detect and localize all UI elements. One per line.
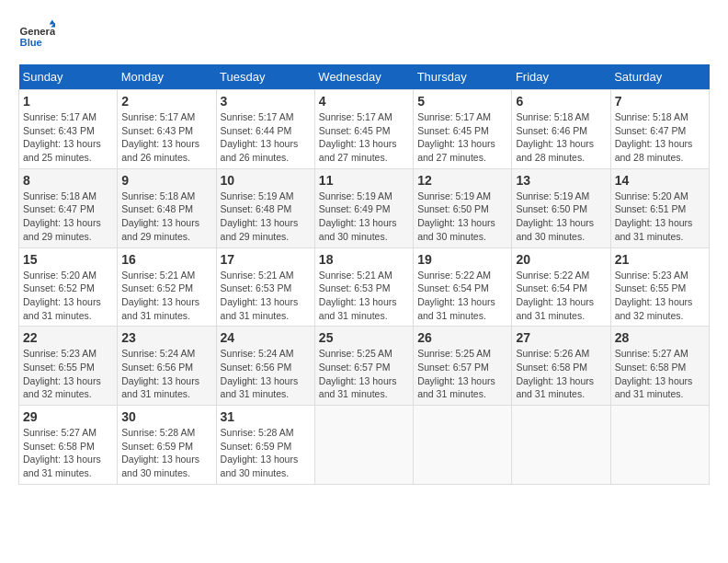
day-number: 11: [319, 173, 409, 188]
day-number: 22: [23, 330, 113, 345]
day-info: Sunrise: 5:22 AM Sunset: 6:54 PM Dayligh…: [516, 269, 606, 323]
day-cell-15: 15Sunrise: 5:20 AM Sunset: 6:52 PM Dayli…: [19, 247, 118, 327]
day-number: 15: [23, 252, 113, 267]
day-cell-5: 5Sunrise: 5:17 AM Sunset: 6:45 PM Daylig…: [414, 90, 512, 169]
empty-cell: [314, 406, 413, 485]
day-info: Sunrise: 5:19 AM Sunset: 6:49 PM Dayligh…: [319, 190, 409, 244]
day-info: Sunrise: 5:19 AM Sunset: 6:50 PM Dayligh…: [516, 190, 606, 244]
header-saturday: Saturday: [610, 64, 709, 90]
day-number: 24: [221, 330, 311, 345]
day-number: 3: [221, 94, 311, 109]
week-row-2: 8Sunrise: 5:18 AM Sunset: 6:47 PM Daylig…: [19, 168, 710, 247]
day-info: Sunrise: 5:27 AM Sunset: 6:58 PM Dayligh…: [615, 347, 705, 401]
day-cell-11: 11Sunrise: 5:19 AM Sunset: 6:49 PM Dayli…: [314, 168, 413, 247]
day-info: Sunrise: 5:24 AM Sunset: 6:56 PM Dayligh…: [221, 347, 311, 401]
day-info: Sunrise: 5:17 AM Sunset: 6:45 PM Dayligh…: [417, 110, 507, 165]
day-cell-16: 16Sunrise: 5:21 AM Sunset: 6:52 PM Dayli…: [118, 247, 216, 327]
logo: General Blue: [18, 18, 55, 55]
day-number: 4: [319, 94, 409, 109]
day-number: 23: [121, 330, 211, 345]
day-number: 18: [319, 252, 409, 267]
week-row-4: 22Sunrise: 5:23 AM Sunset: 6:55 PM Dayli…: [19, 327, 710, 406]
empty-cell: [414, 406, 512, 485]
day-cell-4: 4Sunrise: 5:17 AM Sunset: 6:45 PM Daylig…: [314, 90, 413, 169]
header-sunday: Sunday: [19, 64, 118, 90]
day-info: Sunrise: 5:26 AM Sunset: 6:58 PM Dayligh…: [516, 347, 606, 401]
day-info: Sunrise: 5:19 AM Sunset: 6:50 PM Dayligh…: [417, 190, 507, 244]
day-info: Sunrise: 5:27 AM Sunset: 6:58 PM Dayligh…: [23, 426, 113, 480]
week-row-3: 15Sunrise: 5:20 AM Sunset: 6:52 PM Dayli…: [19, 247, 710, 327]
day-cell-21: 21Sunrise: 5:23 AM Sunset: 6:55 PM Dayli…: [610, 247, 709, 327]
week-row-5: 29Sunrise: 5:27 AM Sunset: 6:58 PM Dayli…: [19, 406, 710, 485]
day-info: Sunrise: 5:18 AM Sunset: 6:46 PM Dayligh…: [516, 110, 606, 165]
day-number: 28: [615, 330, 705, 345]
day-info: Sunrise: 5:22 AM Sunset: 6:54 PM Dayligh…: [417, 269, 507, 323]
day-cell-28: 28Sunrise: 5:27 AM Sunset: 6:58 PM Dayli…: [610, 327, 709, 406]
header-tuesday: Tuesday: [216, 64, 314, 90]
header-monday: Monday: [118, 64, 216, 90]
day-cell-24: 24Sunrise: 5:24 AM Sunset: 6:56 PM Dayli…: [216, 327, 314, 406]
day-info: Sunrise: 5:17 AM Sunset: 6:44 PM Dayligh…: [221, 110, 311, 165]
day-info: Sunrise: 5:20 AM Sunset: 6:52 PM Dayligh…: [23, 269, 113, 323]
day-cell-19: 19Sunrise: 5:22 AM Sunset: 6:54 PM Dayli…: [414, 247, 512, 327]
day-cell-10: 10Sunrise: 5:19 AM Sunset: 6:48 PM Dayli…: [216, 168, 314, 247]
day-cell-8: 8Sunrise: 5:18 AM Sunset: 6:47 PM Daylig…: [19, 168, 118, 247]
header-thursday: Thursday: [414, 64, 512, 90]
day-number: 9: [121, 173, 211, 188]
day-number: 16: [121, 252, 211, 267]
day-number: 27: [516, 330, 606, 345]
day-number: 25: [319, 330, 409, 345]
day-info: Sunrise: 5:17 AM Sunset: 6:43 PM Dayligh…: [121, 110, 211, 165]
day-number: 17: [221, 252, 311, 267]
day-cell-14: 14Sunrise: 5:20 AM Sunset: 6:51 PM Dayli…: [610, 168, 709, 247]
day-info: Sunrise: 5:28 AM Sunset: 6:59 PM Dayligh…: [121, 426, 211, 480]
week-row-1: 1Sunrise: 5:17 AM Sunset: 6:43 PM Daylig…: [19, 90, 710, 169]
day-cell-29: 29Sunrise: 5:27 AM Sunset: 6:58 PM Dayli…: [19, 406, 118, 485]
empty-cell: [610, 406, 709, 485]
day-number: 20: [516, 252, 606, 267]
day-cell-6: 6Sunrise: 5:18 AM Sunset: 6:46 PM Daylig…: [512, 90, 610, 169]
header-wednesday: Wednesday: [314, 64, 413, 90]
day-number: 31: [221, 409, 311, 424]
svg-text:General: General: [20, 26, 55, 37]
day-cell-30: 30Sunrise: 5:28 AM Sunset: 6:59 PM Dayli…: [118, 406, 216, 485]
day-info: Sunrise: 5:21 AM Sunset: 6:52 PM Dayligh…: [121, 269, 211, 323]
day-number: 1: [23, 94, 113, 109]
day-info: Sunrise: 5:23 AM Sunset: 6:55 PM Dayligh…: [23, 347, 113, 401]
day-number: 2: [121, 94, 211, 109]
calendar-header-row: SundayMondayTuesdayWednesdayThursdayFrid…: [19, 64, 710, 90]
empty-cell: [512, 406, 610, 485]
day-cell-12: 12Sunrise: 5:19 AM Sunset: 6:50 PM Dayli…: [414, 168, 512, 247]
day-info: Sunrise: 5:18 AM Sunset: 6:47 PM Dayligh…: [615, 110, 705, 165]
day-number: 14: [615, 173, 705, 188]
calendar-table: SundayMondayTuesdayWednesdayThursdayFrid…: [18, 64, 710, 485]
day-info: Sunrise: 5:18 AM Sunset: 6:48 PM Dayligh…: [121, 190, 211, 244]
day-cell-1: 1Sunrise: 5:17 AM Sunset: 6:43 PM Daylig…: [19, 90, 118, 169]
day-number: 6: [516, 94, 606, 109]
day-number: 12: [417, 173, 507, 188]
day-cell-3: 3Sunrise: 5:17 AM Sunset: 6:44 PM Daylig…: [216, 90, 314, 169]
day-cell-2: 2Sunrise: 5:17 AM Sunset: 6:43 PM Daylig…: [118, 90, 216, 169]
day-cell-25: 25Sunrise: 5:25 AM Sunset: 6:57 PM Dayli…: [314, 327, 413, 406]
day-info: Sunrise: 5:21 AM Sunset: 6:53 PM Dayligh…: [319, 269, 409, 323]
day-number: 29: [23, 409, 113, 424]
day-info: Sunrise: 5:21 AM Sunset: 6:53 PM Dayligh…: [221, 269, 311, 323]
day-cell-18: 18Sunrise: 5:21 AM Sunset: 6:53 PM Dayli…: [314, 247, 413, 327]
day-number: 21: [615, 252, 705, 267]
day-cell-31: 31Sunrise: 5:28 AM Sunset: 6:59 PM Dayli…: [216, 406, 314, 485]
day-cell-23: 23Sunrise: 5:24 AM Sunset: 6:56 PM Dayli…: [118, 327, 216, 406]
svg-marker-2: [50, 20, 55, 25]
day-info: Sunrise: 5:23 AM Sunset: 6:55 PM Dayligh…: [615, 269, 705, 323]
logo-icon: General Blue: [18, 18, 55, 55]
day-cell-7: 7Sunrise: 5:18 AM Sunset: 6:47 PM Daylig…: [610, 90, 709, 169]
day-info: Sunrise: 5:25 AM Sunset: 6:57 PM Dayligh…: [417, 347, 507, 401]
day-number: 10: [221, 173, 311, 188]
day-cell-20: 20Sunrise: 5:22 AM Sunset: 6:54 PM Dayli…: [512, 247, 610, 327]
day-number: 5: [417, 94, 507, 109]
day-info: Sunrise: 5:25 AM Sunset: 6:57 PM Dayligh…: [319, 347, 409, 401]
day-number: 7: [615, 94, 705, 109]
day-info: Sunrise: 5:19 AM Sunset: 6:48 PM Dayligh…: [221, 190, 311, 244]
day-info: Sunrise: 5:28 AM Sunset: 6:59 PM Dayligh…: [221, 426, 311, 480]
header-friday: Friday: [512, 64, 610, 90]
page-header: General Blue: [18, 18, 710, 55]
